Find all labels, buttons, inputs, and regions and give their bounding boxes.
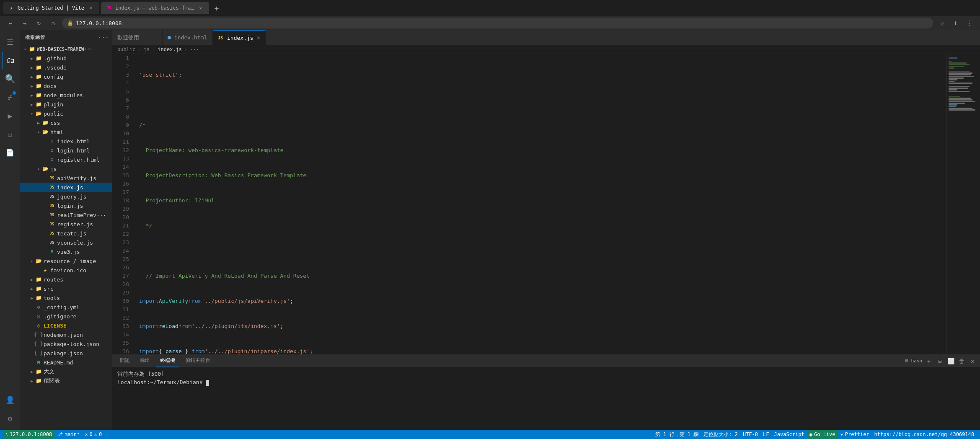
apiverify-icon: JS xyxy=(49,175,55,181)
activity-debug[interactable]: ▶ xyxy=(2,107,18,124)
status-line-ending[interactable]: LF xyxy=(760,430,771,439)
activity-account[interactable]: 👤 xyxy=(2,391,18,408)
tree-item-gitignore[interactable]: ▶ ◎ .gitignore xyxy=(20,312,112,321)
minimap-line-7 xyxy=(949,67,954,69)
tree-item-html[interactable]: ▾ 📂 html xyxy=(20,127,112,137)
tab-index-js-close[interactable]: × xyxy=(257,34,260,41)
sidebar-more-actions[interactable]: ··· xyxy=(100,34,107,41)
tree-item-jiyuebiao[interactable]: ▶ 📁 積閱表 xyxy=(20,376,112,385)
activity-settings[interactable]: ⚙ xyxy=(2,410,18,426)
breadcrumb-index-js[interactable]: index.js xyxy=(158,46,182,52)
forward-button[interactable]: → xyxy=(19,18,30,28)
tree-item-github[interactable]: ▶ 📁 .github xyxy=(20,54,112,63)
tree-item-src[interactable]: ▶ 📁 src xyxy=(20,284,112,293)
panel-tab-terminal[interactable]: 終端機 xyxy=(156,355,179,367)
resource-icon: 📂 xyxy=(35,258,42,264)
panel-close[interactable]: ✕ xyxy=(968,357,977,365)
menu-button[interactable]: ⋮ xyxy=(963,17,975,29)
status-branch[interactable]: ⎇ main* xyxy=(54,430,82,439)
tree-item-apiverify[interactable]: ▶ JS apiVerify.js xyxy=(20,173,112,183)
status-golive[interactable]: ◉ Go Live xyxy=(807,430,838,439)
status-errors[interactable]: ✕ 0 ⚠ 0 xyxy=(82,430,104,439)
tree-item-config-yml[interactable]: ▶ ⚙ _config.yml xyxy=(20,302,112,312)
status-spaces[interactable]: 定位點大小: 2 xyxy=(701,430,740,439)
tree-item-index-js[interactable]: ▶ JS index.js xyxy=(20,183,112,192)
ln-4: 4 xyxy=(112,79,129,88)
breadcrumb: public › js › index.js › ··· xyxy=(112,45,980,54)
address-bar[interactable]: 🔒 127.0.0.1:8008 xyxy=(62,18,933,28)
tree-item-dawen[interactable]: ▶ 📁 大文 xyxy=(20,367,112,376)
tree-item-login-js[interactable]: ▶ JS login.js xyxy=(20,201,112,210)
tree-item-vue3[interactable]: ▶ V vue3.js xyxy=(20,247,112,256)
minimap-line-11 xyxy=(949,74,971,75)
tree-item-tools[interactable]: ▶ 📁 tools xyxy=(20,293,112,302)
breadcrumb-public[interactable]: public xyxy=(117,46,135,52)
reload-button[interactable]: ↻ xyxy=(34,18,44,28)
panel-add-terminal[interactable]: + xyxy=(925,357,933,365)
tree-item-nodemon[interactable]: ▶ { } nodemon.json xyxy=(20,330,112,339)
tree-item-node-modules[interactable]: ▶ 📁 node_modules xyxy=(20,90,112,100)
tab-index-js[interactable]: JS index.js × xyxy=(213,30,266,45)
status-encoding[interactable]: UTF-8 xyxy=(740,430,760,439)
tab-1-favicon: ⚡ xyxy=(8,5,14,11)
tree-item-vscode[interactable]: ▶ 📁 .vscode xyxy=(20,63,112,72)
panel-tab-debug[interactable]: 偵錯主控台 xyxy=(181,355,215,367)
tree-item-routes[interactable]: ▶ 📁 routes xyxy=(20,275,112,284)
activity-explorer[interactable]: 🗂 xyxy=(2,52,18,69)
tree-item-login-html[interactable]: ▶ ⊙ login.html xyxy=(20,146,112,155)
panel-maximize[interactable]: ⬜ xyxy=(946,357,955,365)
tree-item-realtimeprev[interactable]: ▶ JS realTimePrev··· xyxy=(20,210,112,220)
download-button[interactable]: ⬇ xyxy=(950,17,962,29)
status-position[interactable]: 第 1 行，第 1 欄 xyxy=(653,430,701,439)
tree-item-js[interactable]: ▾ 📂 js xyxy=(20,164,112,173)
tree-item-css[interactable]: ▶ 📁 css xyxy=(20,118,112,127)
tree-item-plugin[interactable]: ▶ 📁 plugin xyxy=(20,100,112,109)
panel-tab-output[interactable]: 輸出 xyxy=(136,355,154,367)
panel-split[interactable]: ⊟ xyxy=(936,357,944,365)
tree-item-package[interactable]: ▶ { } package.json xyxy=(20,349,112,358)
browser-tab-2[interactable]: JS index.js – web-basics-fra… ✕ xyxy=(101,2,209,14)
terminal-content[interactable]: 當前內存為 [500] localhost:~/Termux/Debian# xyxy=(112,367,980,430)
tree-item-package-lock[interactable]: ▶ { } package-lock.json xyxy=(20,339,112,349)
activity-extensions[interactable]: ◫ xyxy=(2,126,18,142)
tree-item-public[interactable]: ▾ 📂 public xyxy=(20,109,112,118)
tree-item-register-js[interactable]: ▶ JS register.js xyxy=(20,220,112,229)
activity-menu[interactable]: ☰ xyxy=(2,34,18,50)
status-prettier[interactable]: ✦ Prettier xyxy=(838,430,872,439)
tab-2-close[interactable]: ✕ xyxy=(197,5,204,11)
tree-item-license[interactable]: ▶ ◎ LICENSE xyxy=(20,321,112,330)
tab-1-close[interactable]: ✕ xyxy=(88,5,94,11)
tree-item-register-html[interactable]: ▶ ⊙ register.html xyxy=(20,155,112,164)
home-button[interactable]: ⌂ xyxy=(48,18,59,28)
tree-item-tecate[interactable]: ▶ JS tecate.js xyxy=(20,229,112,238)
code-editor[interactable]: 1 2 3 4 5 6 7 8 9 10 11 12 13 14 xyxy=(112,54,946,354)
tree-item-favicon[interactable]: ▶ ★ favicon.ico xyxy=(20,266,112,275)
tree-item-index-html[interactable]: ▶ ⊙ index.html xyxy=(20,137,112,146)
bookmark-button[interactable]: ☆ xyxy=(936,17,948,29)
activity-remote[interactable]: 📄 xyxy=(2,144,18,161)
tree-item-vconsole[interactable]: ▶ JS vconsole.js xyxy=(20,238,112,247)
tree-item-jquery[interactable]: ▶ JS jquery.js xyxy=(20,192,112,201)
browser-tab-1[interactable]: ⚡ Getting Started | Vite ✕ xyxy=(3,2,99,14)
status-csdn-link[interactable]: https://blog.csdn.net/qq_43069148 xyxy=(872,430,977,439)
tree-item-docs[interactable]: ▶ 📁 docs xyxy=(20,81,112,90)
breadcrumb-js[interactable]: js xyxy=(144,46,150,52)
js-icon: 📂 xyxy=(42,165,49,172)
activity-source-control[interactable]: ☍ xyxy=(2,89,18,106)
github-arrow: ▶ xyxy=(28,55,35,62)
tree-item-config[interactable]: ▶ 📁 config xyxy=(20,72,112,81)
tab-welcome[interactable]: 歡迎使用 xyxy=(112,30,163,45)
new-tab-button[interactable]: + xyxy=(211,2,222,14)
activity-search[interactable]: 🔍 xyxy=(2,70,18,87)
tree-root-folder[interactable]: ▾ 📁 WEB-BASICS-FRAMEW··· xyxy=(20,44,112,54)
tree-item-readme[interactable]: ▶ M README.md xyxy=(20,358,112,367)
code-content[interactable]: 'use strict'; /* ProjectName: web-basics… xyxy=(132,54,946,354)
panel-tab-problems[interactable]: 問題 xyxy=(116,355,134,367)
tab-index-html[interactable]: index.html xyxy=(163,30,213,45)
panel-trash[interactable]: 🗑 xyxy=(957,357,966,365)
status-language[interactable]: JavaScript xyxy=(771,430,807,439)
tree-item-resource[interactable]: ▾ 📂 resource / image xyxy=(20,256,112,266)
breadcrumb-more[interactable]: ··· xyxy=(190,46,199,52)
status-remote[interactable]: ⧵ 127.0.0.1:8008 xyxy=(3,430,54,439)
back-button[interactable]: ← xyxy=(5,18,16,28)
